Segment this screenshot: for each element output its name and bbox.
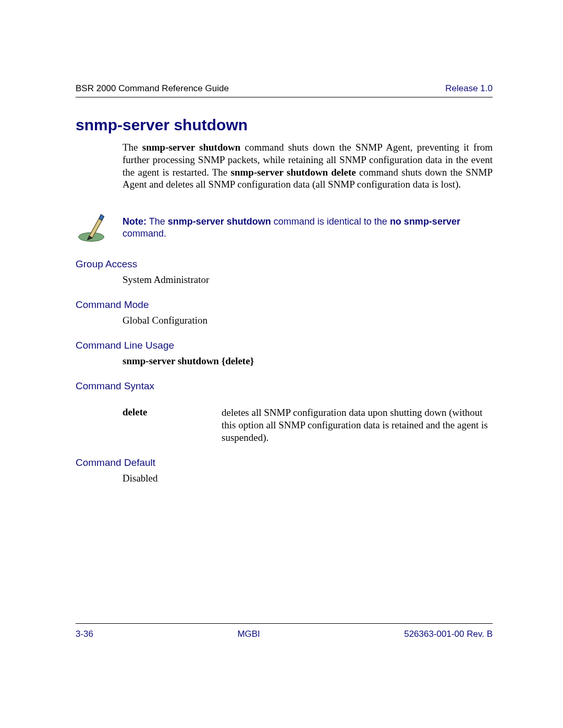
note-cmd-1: snmp-server shutdown bbox=[168, 216, 271, 227]
footer-center: MGBI bbox=[237, 629, 260, 639]
intro-cmd-1: snmp-server shutdown bbox=[142, 142, 240, 153]
intro-text: The bbox=[123, 142, 142, 153]
note-cmd-2: no snmp-server bbox=[390, 216, 460, 227]
footer-page-number: 3-36 bbox=[76, 629, 93, 639]
page-footer: 3-36 MGBI 526363-001-00 Rev. B bbox=[76, 623, 493, 639]
note-text-part: The bbox=[146, 216, 168, 227]
command-default-label: Command Default bbox=[76, 457, 493, 468]
group-access-value: System Administrator bbox=[123, 274, 493, 286]
command-line-usage-value: snmp-server shutdown {delete} bbox=[123, 355, 493, 367]
document-page: BSR 2000 Command Reference Guide Release… bbox=[0, 0, 563, 728]
note-text-part: command. bbox=[123, 228, 166, 239]
command-syntax-label: Command Syntax bbox=[76, 380, 493, 392]
intro-paragraph: The snmp-server shutdown command shuts d… bbox=[123, 141, 493, 191]
note-text-part: command is identical to the bbox=[271, 216, 390, 227]
group-access-label: Group Access bbox=[76, 258, 493, 270]
command-mode-label: Command Mode bbox=[76, 299, 493, 311]
header-guide-title: BSR 2000 Command Reference Guide bbox=[76, 83, 229, 94]
command-mode-value: Global Configuration bbox=[123, 315, 493, 326]
command-default-value: Disabled bbox=[123, 473, 493, 484]
header-release: Release 1.0 bbox=[445, 83, 493, 94]
syntax-row: delete deletes all SNMP configuration da… bbox=[123, 406, 493, 443]
footer-doc-rev: 526363-001-00 Rev. B bbox=[404, 629, 493, 639]
syntax-description: deletes all SNMP configuration data upon… bbox=[222, 406, 493, 443]
note-text: Note: The snmp-server shutdown command i… bbox=[123, 216, 493, 240]
command-line-usage-label: Command Line Usage bbox=[76, 340, 493, 351]
syntax-keyword: delete bbox=[123, 406, 222, 443]
note-label: Note: bbox=[123, 216, 146, 227]
intro-cmd-2: snmp-server shutdown delete bbox=[231, 167, 356, 178]
page-header: BSR 2000 Command Reference Guide Release… bbox=[76, 83, 493, 97]
note-icon bbox=[76, 212, 107, 243]
note-block: Note: The snmp-server shutdown command i… bbox=[76, 212, 493, 243]
command-title: snmp-server shutdown bbox=[76, 116, 493, 134]
